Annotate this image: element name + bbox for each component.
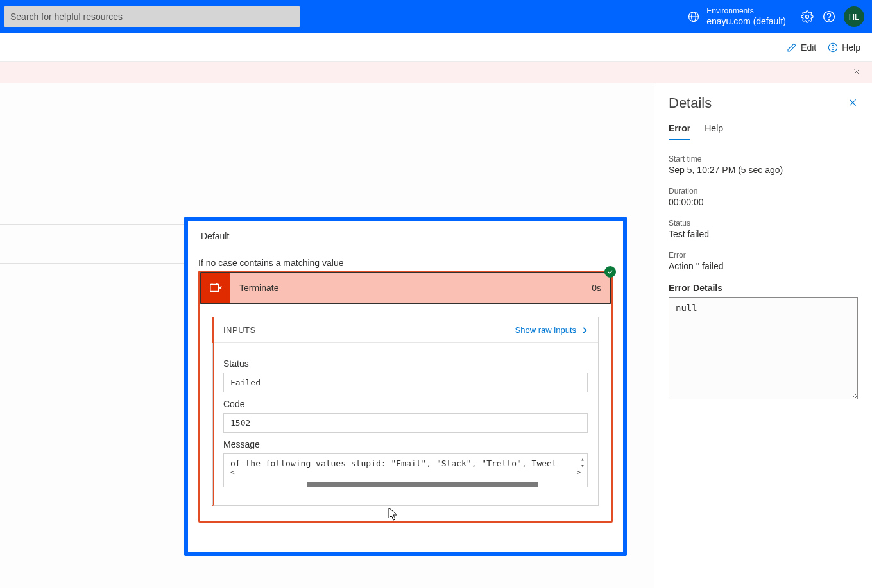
error-label: Error xyxy=(669,251,858,260)
settings-button[interactable] xyxy=(796,6,818,28)
svg-rect-7 xyxy=(210,285,219,292)
status-value: Test failed xyxy=(669,229,858,239)
code-label: Code xyxy=(223,399,588,409)
environment-icon xyxy=(687,10,700,23)
message-value-box[interactable]: of the following values stupid: "Email",… xyxy=(223,453,588,487)
help-button[interactable] xyxy=(818,6,840,28)
error-details-box[interactable] xyxy=(669,297,858,399)
svg-point-2 xyxy=(806,15,809,19)
pencil-icon xyxy=(787,42,797,53)
tab-help[interactable]: Help xyxy=(705,123,723,140)
edit-label: Edit xyxy=(801,42,816,53)
status-label: Status xyxy=(223,358,588,369)
question-icon xyxy=(823,10,835,23)
environment-picker[interactable]: Environments enayu.com (default) xyxy=(687,6,786,26)
message-label: Message xyxy=(223,439,588,449)
status-value: Failed xyxy=(223,373,588,392)
app-header: Environments enayu.com (default) HL xyxy=(0,0,872,33)
svg-point-6 xyxy=(833,49,834,49)
card-title: Default xyxy=(201,231,613,241)
vertical-scroll-icon[interactable]: ▴▾ xyxy=(578,457,587,469)
show-raw-inputs-link[interactable]: Show raw inputs xyxy=(515,325,589,335)
details-title: Details xyxy=(669,95,712,112)
banner-close-button[interactable] xyxy=(853,68,860,78)
success-badge xyxy=(604,266,616,278)
error-value: Action '' failed xyxy=(669,261,858,271)
svg-point-4 xyxy=(829,19,830,20)
action-duration: 0s xyxy=(583,283,610,293)
duration-value: 00:00:00 xyxy=(669,197,858,207)
terminate-action[interactable]: Terminate 0s INPUTS Show raw inputs xyxy=(198,271,613,523)
search-input[interactable] xyxy=(4,6,300,27)
error-banner xyxy=(0,62,872,83)
start-time-label: Start time xyxy=(669,155,858,164)
status-label: Status xyxy=(669,219,858,228)
environment-value: enayu.com (default) xyxy=(706,16,786,27)
inputs-heading: INPUTS xyxy=(223,325,256,335)
scroll-left-icon[interactable]: < xyxy=(230,468,235,476)
scroll-right-icon[interactable]: > xyxy=(576,468,581,476)
flow-canvas[interactable]: Default If no case contains a matching v… xyxy=(0,83,654,588)
chevron-right-icon xyxy=(580,326,589,335)
duration-label: Duration xyxy=(669,187,858,196)
avatar[interactable]: HL xyxy=(844,6,864,27)
close-icon xyxy=(853,68,860,76)
toolbar-help-button[interactable]: Help xyxy=(828,42,860,53)
action-name: Terminate xyxy=(230,283,583,293)
details-close-button[interactable] xyxy=(848,97,858,110)
environment-label: Environments xyxy=(706,6,786,15)
edit-button[interactable]: Edit xyxy=(787,42,816,53)
check-icon xyxy=(607,269,613,275)
code-value: 1502 xyxy=(223,413,588,433)
close-icon xyxy=(848,97,858,108)
tab-error[interactable]: Error xyxy=(669,123,690,140)
page-toolbar: Edit Help xyxy=(0,33,872,62)
start-time-value: Sep 5, 10:27 PM (5 sec ago) xyxy=(669,165,858,175)
question-circle-icon xyxy=(828,42,838,53)
terminate-icon xyxy=(209,281,223,295)
canvas-line xyxy=(0,263,196,264)
card-subtitle: If no case contains a matching value xyxy=(198,258,613,268)
error-details-label: Error Details xyxy=(669,283,858,293)
toolbar-help-label: Help xyxy=(842,42,860,53)
raw-inputs-label: Show raw inputs xyxy=(515,325,576,335)
gear-icon xyxy=(801,10,814,23)
canvas-line xyxy=(0,224,196,225)
scrollbar-thumb[interactable] xyxy=(307,482,538,487)
details-panel: Details Error Help Start time Sep 5, 10:… xyxy=(654,83,872,588)
switch-default-card[interactable]: Default If no case contains a matching v… xyxy=(184,217,627,556)
message-value: of the following values stupid: "Email",… xyxy=(230,458,557,468)
terminate-icon-box xyxy=(201,273,230,303)
